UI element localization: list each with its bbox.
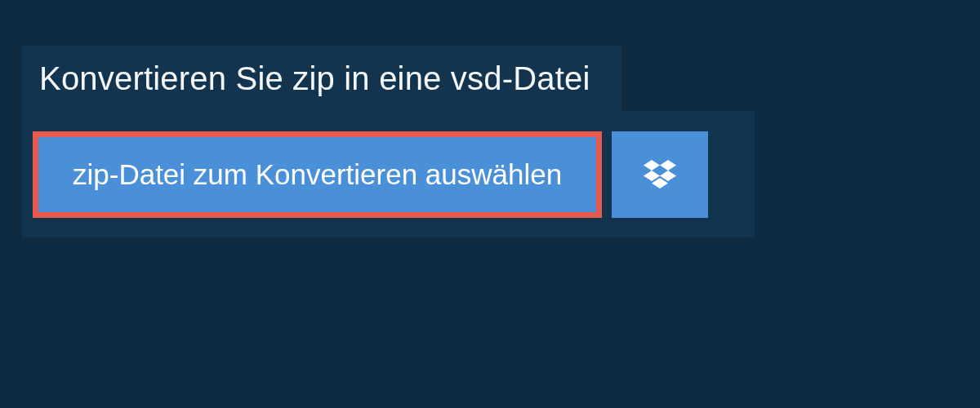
title-bar: Konvertieren Sie zip in eine vsd-Datei xyxy=(21,46,608,113)
select-file-label: zip-Datei zum Konvertieren auswählen xyxy=(73,158,562,191)
select-file-button[interactable]: zip-Datei zum Konvertieren auswählen xyxy=(33,131,602,218)
dropbox-button[interactable] xyxy=(612,131,708,218)
button-row: zip-Datei zum Konvertieren auswählen xyxy=(21,113,755,237)
dropbox-icon xyxy=(644,160,676,189)
notch-overlay xyxy=(621,46,755,111)
page-title: Konvertieren Sie zip in eine vsd-Datei xyxy=(39,60,590,96)
